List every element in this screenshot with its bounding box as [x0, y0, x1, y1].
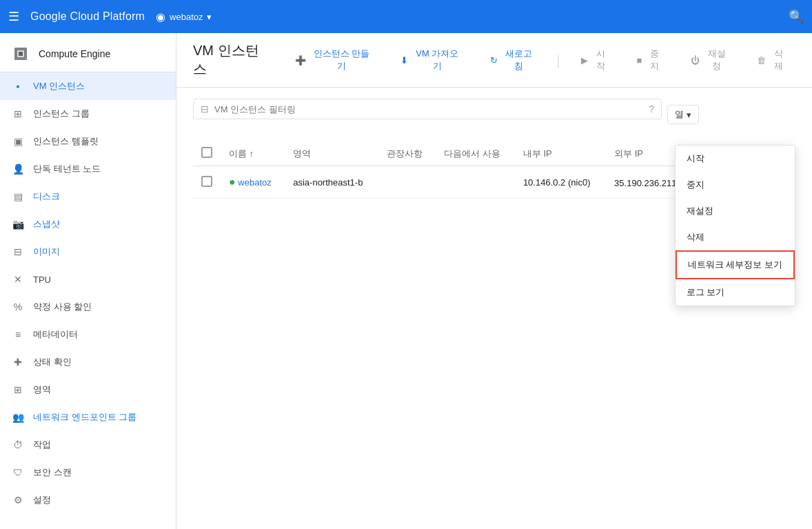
col-zone-label: 영역 — [293, 148, 311, 159]
columns-button[interactable]: 열 ▾ — [667, 105, 699, 124]
layout: Compute Engine ▪VM 인스턴스⊞인스턴스 그룹▣인스턴스 템플릿… — [0, 33, 812, 529]
sidebar-item-metadata[interactable]: ≡메타데이터 — [0, 321, 176, 348]
health-checks-icon: ✚ — [11, 355, 25, 369]
project-name: webatoz — [170, 12, 203, 22]
sidebar-header: Compute Engine — [0, 33, 176, 72]
sidebar-item-committed-use[interactable]: %약정 사용 할인 — [0, 293, 176, 321]
dropdown-start[interactable]: 시작 — [676, 146, 795, 172]
create-instance-label: 인스턴스 만들기 — [310, 48, 373, 72]
refresh-icon: ↻ — [490, 55, 498, 66]
select-all-checkbox[interactable] — [201, 147, 212, 158]
delete-icon: 🗑 — [757, 55, 766, 66]
dropdown-reset[interactable]: 재설정 — [676, 198, 795, 224]
sidebar-item-instance-templates[interactable]: ▣인스턴스 템플릿 — [0, 128, 176, 155]
filter-row: ⊟ ? 열 ▾ — [193, 99, 795, 130]
sidebar-item-label-network-endpoint-groups: 네트워크 엔드포인트 그룹 — [33, 411, 136, 423]
sidebar-item-network-endpoint-groups[interactable]: 👥네트워크 엔드포인트 그룹 — [0, 403, 176, 431]
page-header: VM 인스턴스 ➕ 인스턴스 만들기 ⬇ VM 가져오기 ↻ 새로고침 | ▶ … — [176, 33, 812, 88]
sidebar-item-snapshots[interactable]: 📷스냅샷 — [0, 210, 176, 238]
sidebar-item-label-metadata: 메타데이터 — [33, 328, 78, 341]
sidebar-item-images[interactable]: ⊟이미지 — [0, 238, 176, 266]
sidebar-item-label-committed-use: 약정 사용 할인 — [33, 301, 92, 313]
sidebar-item-zones[interactable]: ⊞영역 — [0, 376, 176, 403]
project-selector[interactable]: ◉ webatoz ▾ — [156, 10, 212, 23]
compute-engine-icon — [11, 44, 30, 63]
disks-icon: ▤ — [11, 190, 25, 203]
security-scans-icon: 🛡 — [11, 466, 25, 479]
instance-groups-icon: ⊞ — [11, 107, 25, 121]
col-name-label: 이름 ↑ — [229, 148, 254, 159]
instance-name-link[interactable]: webatoz — [238, 177, 271, 188]
sidebar-item-security-scans[interactable]: 🛡보안 스캔 — [0, 459, 176, 486]
main-content: VM 인스턴스 ➕ 인스턴스 만들기 ⬇ VM 가져오기 ↻ 새로고침 | ▶ … — [176, 33, 812, 529]
col-internal-ip-label: 내부 IP — [523, 148, 552, 159]
sidebar-item-label-health-checks: 상태 확인 — [33, 356, 72, 368]
dropdown-stop[interactable]: 중지 — [676, 172, 795, 198]
hamburger-icon[interactable]: ☰ — [8, 9, 19, 24]
row-checkbox[interactable] — [201, 176, 212, 187]
delete-button[interactable]: 🗑 삭제 — [749, 43, 795, 77]
table-area: ⊟ ? 열 ▾ 이름 ↑ — [176, 88, 812, 210]
row-checkbox-cell — [193, 166, 221, 199]
stop-button[interactable]: ■ 중지 — [628, 43, 671, 77]
row-internal-ip-cell: 10.146.0.2 (nic0) — [515, 166, 606, 199]
operations-icon: ⏱ — [11, 438, 25, 452]
sidebar-item-disks[interactable]: ▤디스크 — [0, 183, 176, 210]
tpu-icon: ✕ — [11, 272, 25, 286]
status-icon: ● — [229, 176, 236, 188]
filter-input[interactable] — [214, 104, 643, 114]
sidebar-item-label-settings: 설정 — [33, 494, 51, 506]
sidebar-item-label-instance-templates: 인스턴스 템플릿 — [33, 135, 99, 148]
vm-instances-icon: ▪ — [11, 79, 25, 93]
columns-dropdown-icon: ▾ — [687, 110, 691, 120]
col-external-ip-label: 외부 IP — [614, 148, 643, 159]
sidebar-item-instance-groups[interactable]: ⊞인스턴스 그룹 — [0, 100, 176, 128]
reset-icon: ⏻ — [691, 55, 700, 66]
checkbox-header — [193, 141, 221, 166]
col-recommendation-label: 관장사항 — [387, 148, 423, 159]
refresh-button[interactable]: ↻ 새로고침 — [482, 43, 545, 77]
project-dot-icon: ◉ — [156, 10, 165, 23]
context-dropdown-menu: 시작 중지 재설정 삭제 네트워크 세부정보 보기 로그 보기 — [675, 145, 795, 306]
row-external-ip-value: 35.190.236.211 — [614, 178, 676, 188]
row-in-use-by-cell — [436, 166, 515, 199]
reset-label: 재설정 — [704, 48, 729, 72]
svg-rect-2 — [19, 52, 23, 56]
sole-tenant-nodes-icon: 👤 — [11, 162, 25, 176]
reset-button[interactable]: ⏻ 재설정 — [682, 43, 738, 77]
help-icon[interactable]: ? — [649, 103, 654, 114]
instance-templates-icon: ▣ — [11, 134, 25, 148]
sidebar-item-tpu[interactable]: ✕TPU — [0, 266, 176, 293]
sidebar-item-operations[interactable]: ⏱작업 — [0, 431, 176, 459]
start-icon: ▶ — [581, 55, 588, 66]
settings-icon: ⚙ — [11, 493, 25, 507]
start-button[interactable]: ▶ 시작 — [573, 43, 618, 77]
page-title: VM 인스턴스 — [193, 41, 270, 79]
col-in-use-by-label: 다음에서 사용 — [444, 148, 500, 159]
import-vm-button[interactable]: ⬇ VM 가져오기 — [392, 43, 470, 77]
sidebar-item-vm-instances[interactable]: ▪VM 인스턴스 — [0, 72, 176, 100]
import-vm-icon: ⬇ — [400, 55, 408, 66]
sidebar-item-label-instance-groups: 인스턴스 그룹 — [33, 108, 90, 120]
refresh-label: 새로고침 — [502, 48, 536, 72]
dropdown-view-logs[interactable]: 로그 보기 — [676, 279, 795, 306]
filter-bar[interactable]: ⊟ ? — [193, 99, 662, 119]
filter-icon: ⊟ — [201, 103, 209, 114]
import-vm-label: VM 가져오기 — [412, 48, 462, 72]
dropdown-delete[interactable]: 삭제 — [676, 224, 795, 250]
dropdown-network-details[interactable]: 네트워크 세부정보 보기 — [676, 250, 795, 279]
sidebar-item-sole-tenant-nodes[interactable]: 👤단독 테넌트 노드 — [0, 155, 176, 183]
sidebar-item-label-images: 이미지 — [33, 246, 60, 258]
row-zone-value: asia-northeast1-b — [293, 177, 363, 188]
sidebar-item-label-snapshots: 스냅샷 — [33, 218, 60, 230]
create-instance-button[interactable]: ➕ 인스턴스 만들기 — [287, 43, 381, 77]
sidebar: Compute Engine ▪VM 인스턴스⊞인스턴스 그룹▣인스턴스 템플릿… — [0, 33, 176, 529]
project-dropdown-icon: ▾ — [207, 12, 212, 22]
search-icon[interactable]: 🔍 — [789, 9, 804, 24]
sidebar-item-settings[interactable]: ⚙설정 — [0, 486, 176, 514]
committed-use-icon: % — [11, 300, 25, 314]
col-recommendation: 관장사항 — [378, 141, 436, 166]
row-name-cell: ● webatoz — [221, 166, 285, 199]
sidebar-item-health-checks[interactable]: ✚상태 확인 — [0, 348, 176, 376]
stop-icon: ■ — [636, 55, 642, 66]
